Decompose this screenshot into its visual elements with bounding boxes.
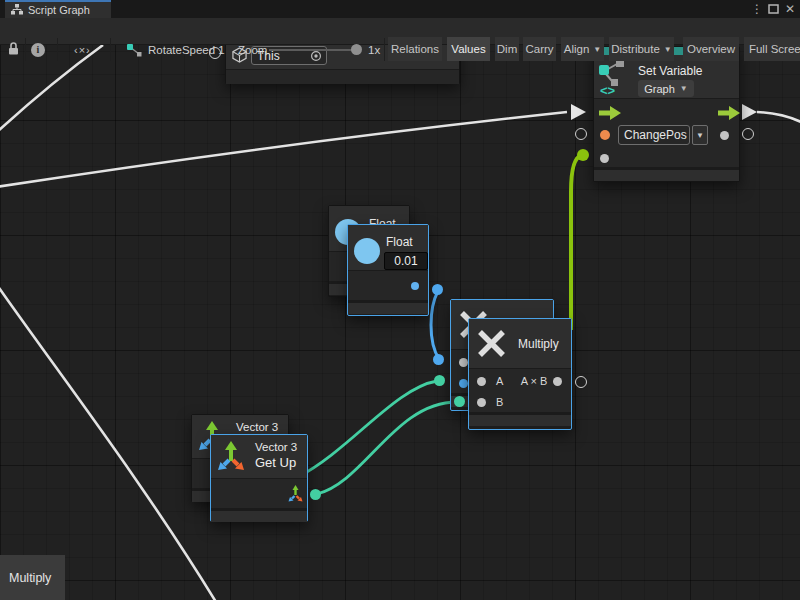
zoom-label: Zoom <box>238 44 267 56</box>
input-value-port[interactable] <box>600 154 609 163</box>
vector3-output-port[interactable] <box>287 484 304 506</box>
port-a[interactable] <box>459 358 468 367</box>
variable-scope-dropdown[interactable]: Graph▼ <box>638 80 694 97</box>
svg-text:<>: <> <box>600 83 616 97</box>
graph-breadcrumb-icon <box>126 43 143 62</box>
node-footer <box>469 412 571 426</box>
wire-flow-diagonal[interactable] <box>0 285 216 600</box>
multiply-node[interactable]: Multiply A A × B B <box>468 318 572 430</box>
info-icon[interactable]: i <box>31 43 45 57</box>
port-a[interactable] <box>477 377 486 386</box>
button-align[interactable]: Align▼ <box>561 37 604 61</box>
node-title: Vector 3 <box>236 421 278 433</box>
flow-input-port[interactable] <box>599 106 621 124</box>
button-full-screen[interactable]: Full Screen▼ <box>744 37 800 61</box>
code-icon[interactable]: ‹×› <box>74 44 91 56</box>
button-carry[interactable]: Carry▼ <box>523 37 556 61</box>
button-distribute[interactable]: Distribute▼ <box>609 37 674 61</box>
zoom-slider-track[interactable] <box>269 49 357 51</box>
variable-name-dropdown-button[interactable]: ▼ <box>692 125 708 145</box>
zoom-value: 1x <box>368 44 380 56</box>
node-title: Set Variable <box>638 64 702 78</box>
title-bar: Script Graph ⋮ ✕ <box>0 0 800 18</box>
vector3-get-up-node[interactable]: Vector 3 Get Up <box>210 434 308 522</box>
wire-float-to-multiply[interactable] <box>431 291 439 359</box>
kebab-menu-icon[interactable]: ⋮ <box>750 1 764 17</box>
zoom-slider-handle[interactable] <box>351 44 362 55</box>
float-node[interactable]: Float 0.01 <box>347 224 429 316</box>
chevron-down-icon: ▼ <box>680 84 688 93</box>
wire-endpoint-teal[interactable] <box>434 375 445 386</box>
wire-endpoint-lime[interactable] <box>577 149 589 161</box>
button-relations[interactable]: Relations▼ <box>388 37 442 61</box>
float-icon <box>354 238 380 264</box>
button-values[interactable]: Values▼ <box>447 37 490 61</box>
graph-breadcrumb[interactable]: RotateSpeed 1 <box>148 44 225 56</box>
chevron-down-icon: ▼ <box>696 131 704 140</box>
vector3-icon <box>216 439 246 475</box>
float-output-port[interactable] <box>411 282 419 290</box>
node-footer <box>594 167 739 181</box>
button-dim[interactable]: Dim▼ <box>495 37 519 61</box>
node-subtitle: Get Up <box>255 455 296 470</box>
set-variable-icon: <> <box>598 57 630 101</box>
node-title: Multiply <box>518 337 559 351</box>
wire-result-to-setvariable[interactable] <box>571 156 582 331</box>
close-icon[interactable]: ✕ <box>783 1 797 17</box>
wire-endpoint-teal[interactable] <box>310 489 321 500</box>
port-a-label: A <box>496 375 503 387</box>
wire-flow-into-setvariable[interactable] <box>0 112 567 187</box>
this-node-body <box>226 69 459 84</box>
wire-vector3-to-multiply-upper[interactable] <box>298 381 437 477</box>
port-b[interactable] <box>459 379 468 388</box>
target-picker-icon[interactable] <box>310 50 322 65</box>
flow-output-port[interactable] <box>718 106 740 124</box>
maximize-icon[interactable] <box>766 1 780 17</box>
node-footer <box>348 300 428 314</box>
multiply-icon <box>476 328 507 363</box>
variable-name-port[interactable] <box>600 130 610 140</box>
node-title: Float <box>386 235 413 249</box>
wire-endpoint-blue[interactable] <box>432 284 443 295</box>
port-b[interactable] <box>477 398 486 407</box>
chevron-down-icon: ▼ <box>593 45 601 54</box>
flow-arrowhead-left <box>571 104 586 120</box>
tab-script-graph[interactable]: Script Graph <box>5 0 111 18</box>
node-title: Vector 3 <box>255 441 297 453</box>
unconnected-port-ring[interactable] <box>742 128 754 140</box>
button-overview[interactable]: Overview▼ <box>683 37 739 61</box>
unconnected-port-ring[interactable] <box>575 128 587 140</box>
node-footer <box>211 508 307 522</box>
wire-endpoint-teal[interactable] <box>454 396 465 407</box>
variable-name-field[interactable]: ChangePos <box>618 125 690 145</box>
port-b-label: B <box>496 396 503 408</box>
chevron-down-icon: ▼ <box>664 45 672 54</box>
float-value-input[interactable]: 0.01 <box>384 252 428 270</box>
wire-flow-out-setvariable[interactable] <box>757 112 800 122</box>
multiply-node-partial[interactable]: Multiply <box>0 555 65 600</box>
unconnected-port-ring[interactable] <box>575 376 587 388</box>
port-result[interactable] <box>553 377 562 386</box>
lock-icon[interactable] <box>6 41 21 60</box>
result-label: A × B <box>513 375 555 387</box>
wire-endpoint-blue[interactable] <box>433 354 444 365</box>
flow-arrowhead-right <box>742 104 757 120</box>
toolbar: i ‹×› RotateSpeed 1 Zoom 1x Relations▼ V… <box>0 18 800 45</box>
output-value-port[interactable] <box>720 131 729 140</box>
set-variable-node[interactable]: <> Set Variable Graph▼ ChangePos ▼ <box>593 46 740 182</box>
graph-hierarchy-icon <box>11 4 23 17</box>
